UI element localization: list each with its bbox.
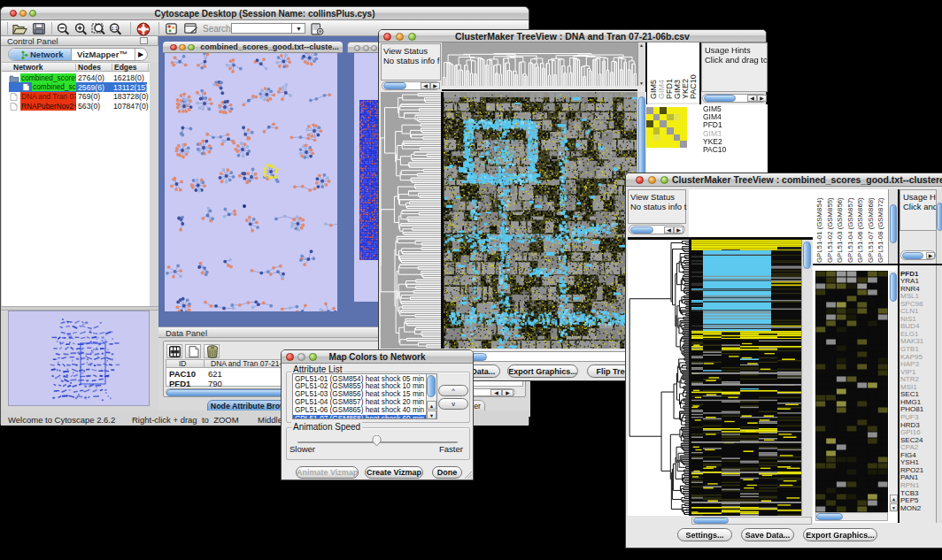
svg-text:1:1: 1:1	[112, 25, 118, 30]
